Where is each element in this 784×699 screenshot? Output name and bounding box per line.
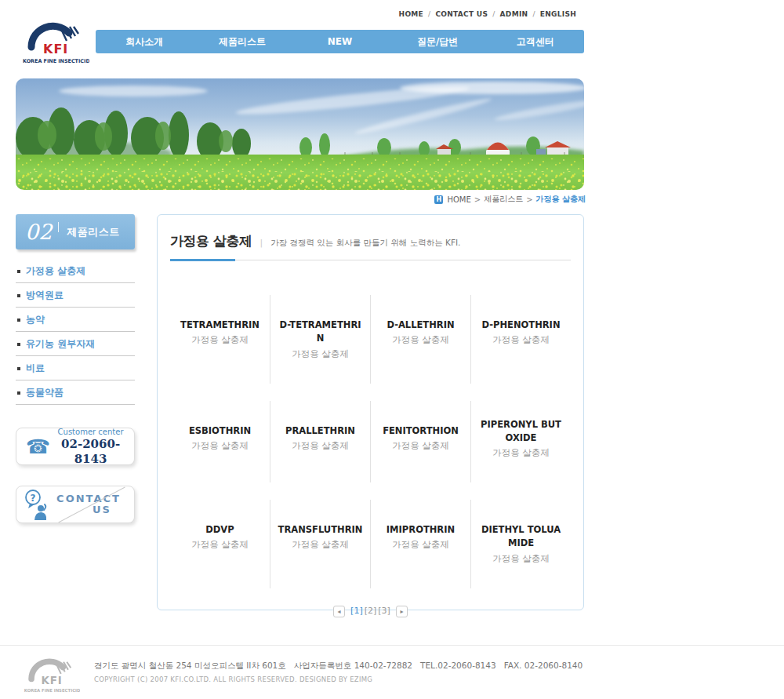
footer-copyright: COPYRIGHT (C) 2007 KFI.CO.LTD. ALL RIGHT… bbox=[94, 675, 590, 683]
utility-separator: / bbox=[428, 10, 430, 18]
pagination-page-1[interactable]: [1] bbox=[350, 606, 363, 616]
sidebar-item-label: 농약 bbox=[26, 313, 45, 326]
product-category: 가정용 살충제 bbox=[377, 334, 464, 346]
pagination-prev-button[interactable]: ◂ bbox=[333, 606, 345, 617]
footer-kfi-logo: KFI KOREA FINE INSECTICIDE bbox=[24, 653, 80, 694]
sidebar-item-agrochemical[interactable]: 농약 bbox=[16, 308, 135, 332]
product-item[interactable]: D-ALLETHRIN 가정용 살충제 bbox=[370, 295, 470, 384]
svg-text:KOREA FINE INSECTICIDE: KOREA FINE INSECTICIDE bbox=[24, 688, 80, 693]
section-divider bbox=[58, 222, 59, 232]
product-row: TETRAMETHRIN 가정용 살충제 D-TETRAMETHRIN 가정용 … bbox=[170, 295, 571, 384]
nav-item-qna[interactable]: 질문/답변 bbox=[389, 35, 487, 49]
product-category: 가정용 살충제 bbox=[176, 440, 263, 452]
product-category: 가정용 살충제 bbox=[477, 447, 564, 459]
field-landscape-illustration bbox=[16, 78, 584, 190]
product-name: D-TETRAMETHRIN bbox=[277, 319, 364, 346]
sidebar-item-household-insecticide[interactable]: 가정용 살충제 bbox=[16, 259, 135, 283]
product-item[interactable]: PRALLETHRIN 가정용 살충제 bbox=[270, 401, 370, 483]
question-person-icon: ? bbox=[23, 489, 49, 520]
bullet-icon bbox=[17, 367, 20, 370]
bullet-icon bbox=[17, 343, 20, 346]
kfi-logo[interactable]: KFI KOREA FINE INSECTICIDE bbox=[22, 16, 89, 64]
breadcrumb: H HOME > 제품리스트 > 가정용 살충제 bbox=[434, 194, 586, 205]
product-item[interactable]: IMIPROTHRIN 가정용 살충제 bbox=[370, 500, 470, 588]
page-subtitle: 가장 경쟁력 있는 회사를 만들기 위해 노력하는 KFI. bbox=[270, 238, 460, 249]
breadcrumb-separator: > bbox=[526, 195, 532, 204]
contact-us-banner[interactable]: ? CONTACT US bbox=[16, 486, 135, 523]
product-category: 가정용 살충제 bbox=[176, 334, 263, 346]
svg-text:KFI: KFI bbox=[43, 42, 68, 56]
svg-text:KFI: KFI bbox=[42, 675, 63, 686]
nav-item-customer[interactable]: 고객센터 bbox=[486, 35, 584, 49]
product-item[interactable]: DIETHYL TOLUAMIDE 가정용 살충제 bbox=[470, 500, 571, 588]
product-item[interactable]: PIPERONYL BUTOXIDE 가정용 살충제 bbox=[470, 401, 571, 483]
sidebar-item-label: 동물약품 bbox=[26, 386, 64, 399]
sidebar-item-animal-medicine[interactable]: 동물약품 bbox=[16, 380, 135, 405]
bullet-icon bbox=[17, 294, 20, 297]
product-name: IMIPROTHRIN bbox=[377, 523, 464, 537]
svg-text:KOREA FINE INSECTICIDE: KOREA FINE INSECTICIDE bbox=[23, 58, 89, 64]
bullet-icon bbox=[17, 319, 20, 322]
utility-link-home[interactable]: HOME bbox=[399, 10, 424, 18]
sidebar-item-label: 유기농 원부자재 bbox=[26, 337, 95, 351]
product-item[interactable]: FENITORTHION 가정용 살충제 bbox=[370, 401, 470, 483]
product-row: DDVP 가정용 살충제 TRANSFLUTHRIN 가정용 살충제 IMIPR… bbox=[170, 500, 571, 588]
product-item[interactable]: TETRAMETHRIN 가정용 살충제 bbox=[170, 295, 270, 384]
sidebar-item-pest-control[interactable]: 방역원료 bbox=[16, 283, 135, 308]
utility-link-english[interactable]: ENGLISH bbox=[540, 10, 576, 18]
sidebar-section-header: 02 제품리스트 bbox=[16, 214, 135, 249]
product-item[interactable]: DDVP 가정용 살충제 bbox=[170, 500, 270, 588]
footer-fax: FAX. 02-2060-8140 bbox=[504, 661, 583, 670]
pagination-next-button[interactable]: ▸ bbox=[396, 606, 408, 617]
product-category: 가정용 살충제 bbox=[176, 539, 263, 551]
product-item[interactable]: ESBIOTHRIN 가정용 살충제 bbox=[170, 401, 270, 483]
customer-center-banner[interactable]: ☎ Customer center 02-2060-8143 bbox=[16, 428, 135, 465]
section-title: 제품리스트 bbox=[67, 225, 120, 239]
bullet-icon bbox=[17, 391, 20, 395]
utility-link-admin[interactable]: ADMIN bbox=[500, 10, 528, 18]
product-item[interactable]: D-TETRAMETHRIN 가정용 살충제 bbox=[270, 295, 370, 384]
breadcrumb-home[interactable]: HOME bbox=[447, 195, 470, 204]
section-number: 02 bbox=[25, 220, 52, 244]
product-name: PIPERONYL BUTOXIDE bbox=[477, 418, 564, 446]
title-divider: | bbox=[260, 238, 263, 248]
sidebar-item-fertilizer[interactable]: 비료 bbox=[16, 356, 135, 380]
footer-address: 경기도 광명시 철산동 254 미성오피스텔 II차 601호 bbox=[94, 661, 286, 670]
product-name: D-ALLETHRIN bbox=[377, 319, 464, 332]
footer: KFI KOREA FINE INSECTICIDE 경기도 광명시 철산동 2… bbox=[0, 645, 784, 699]
nav-item-products[interactable]: 제품리스트 bbox=[194, 35, 292, 49]
utility-link-contact[interactable]: CONTACT US bbox=[435, 10, 488, 18]
content-panel: 가정용 살충제 | 가장 경쟁력 있는 회사를 만들기 위해 노력하는 KFI.… bbox=[157, 214, 584, 610]
home-icon[interactable]: H bbox=[434, 195, 443, 204]
product-name: TETRAMETHRIN bbox=[176, 319, 263, 332]
footer-address-line: 경기도 광명시 철산동 254 미성오피스텔 II차 601호사업자등록번호 1… bbox=[94, 661, 590, 672]
pagination-page-2[interactable]: [2] bbox=[365, 606, 377, 616]
product-category: 가정용 살충제 bbox=[477, 334, 564, 346]
product-name: PRALLETHRIN bbox=[277, 424, 364, 438]
pagination-page-3[interactable]: [3] bbox=[378, 606, 390, 616]
page-title: 가정용 살충제 bbox=[170, 232, 252, 250]
page-title-bar: 가정용 살충제 | 가장 경쟁력 있는 회사를 만들기 위해 노력하는 KFI. bbox=[170, 232, 571, 260]
product-row: ESBIOTHRIN 가정용 살충제 PRALLETHRIN 가정용 살충제 F… bbox=[170, 401, 571, 483]
product-item[interactable]: TRANSFLUTHRIN 가정용 살충제 bbox=[270, 500, 370, 588]
main-nav: 회사소개 제품리스트 NEW 질문/답변 고객센터 bbox=[96, 30, 584, 53]
customer-center-title: Customer center bbox=[53, 428, 128, 436]
nav-item-company[interactable]: 회사소개 bbox=[96, 35, 194, 49]
sidebar-item-organic-materials[interactable]: 유기농 원부자재 bbox=[16, 332, 135, 356]
sidebar-menu: 가정용 살충제 방역원료 농약 유기농 원부자재 비료 동물약품 bbox=[16, 259, 135, 405]
sidebar-item-label: 가정용 살충제 bbox=[26, 264, 85, 278]
contact-line2: US bbox=[49, 504, 128, 515]
breadcrumb-products[interactable]: 제품리스트 bbox=[484, 194, 523, 205]
footer-registration: 사업자등록번호 140-02-72882 bbox=[294, 661, 412, 670]
customer-center-phone: 02-2060-8143 bbox=[61, 437, 120, 466]
breadcrumb-separator: > bbox=[474, 195, 481, 204]
utility-separator: / bbox=[492, 10, 495, 18]
product-category: 가정용 살충제 bbox=[477, 553, 564, 565]
pagination: ◂[1][2][3]▸ bbox=[158, 606, 583, 617]
footer-tel: TEL.02-2060-8143 bbox=[420, 661, 496, 670]
product-name: D-PHENOTHRIN bbox=[477, 319, 564, 332]
utility-separator: / bbox=[532, 10, 535, 18]
product-item[interactable]: D-PHENOTHRIN 가정용 살충제 bbox=[470, 295, 571, 384]
nav-item-new[interactable]: NEW bbox=[291, 36, 389, 47]
svg-text:?: ? bbox=[31, 493, 36, 504]
